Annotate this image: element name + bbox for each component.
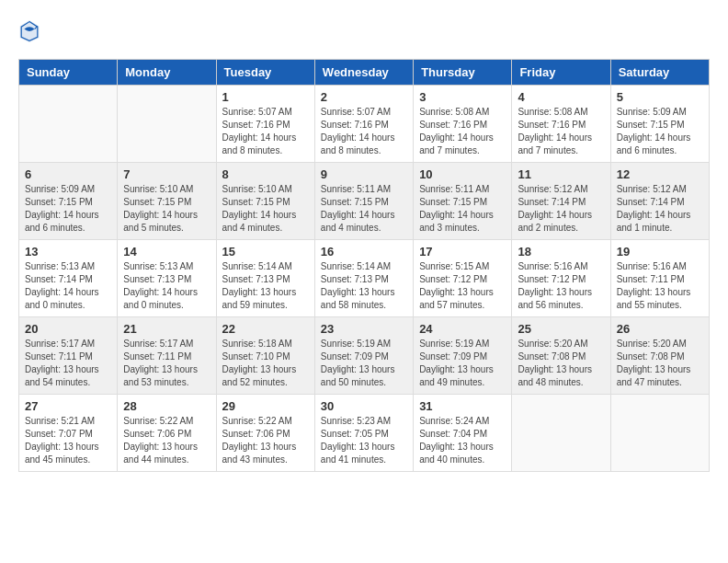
day-number: 26 (617, 322, 703, 336)
day-number: 8 (222, 167, 309, 181)
calendar-cell (610, 395, 709, 472)
day-number: 21 (123, 322, 210, 336)
calendar-cell: 22Sunrise: 5:18 AM Sunset: 7:10 PM Dayli… (216, 317, 314, 395)
calendar-cell: 11Sunrise: 5:12 AM Sunset: 7:14 PM Dayli… (512, 163, 610, 240)
calendar-cell: 18Sunrise: 5:16 AM Sunset: 7:12 PM Dayli… (512, 240, 610, 317)
day-number: 16 (321, 245, 407, 259)
calendar-cell: 6Sunrise: 5:09 AM Sunset: 7:15 PM Daylig… (19, 163, 118, 240)
calendar-table: SundayMondayTuesdayWednesdayThursdayFrid… (18, 59, 710, 472)
weekday-header: Monday (118, 60, 216, 86)
day-number: 25 (518, 322, 604, 336)
day-info: Sunrise: 5:11 AM Sunset: 7:15 PM Dayligh… (321, 183, 407, 235)
calendar-cell: 20Sunrise: 5:17 AM Sunset: 7:11 PM Dayli… (19, 317, 118, 395)
calendar-cell (512, 395, 610, 472)
day-info: Sunrise: 5:12 AM Sunset: 7:14 PM Dayligh… (617, 183, 703, 235)
calendar-cell: 5Sunrise: 5:09 AM Sunset: 7:15 PM Daylig… (610, 86, 709, 163)
weekday-header-row: SundayMondayTuesdayWednesdayThursdayFrid… (19, 60, 710, 86)
day-info: Sunrise: 5:20 AM Sunset: 7:08 PM Dayligh… (518, 338, 604, 389)
day-number: 30 (321, 399, 407, 413)
day-number: 6 (25, 167, 111, 181)
day-number: 7 (123, 167, 210, 181)
calendar-cell: 13Sunrise: 5:13 AM Sunset: 7:14 PM Dayli… (19, 240, 118, 317)
day-info: Sunrise: 5:17 AM Sunset: 7:11 PM Dayligh… (25, 338, 111, 389)
day-number: 5 (617, 90, 703, 104)
calendar-cell: 31Sunrise: 5:24 AM Sunset: 7:04 PM Dayli… (414, 395, 512, 472)
day-number: 24 (419, 322, 506, 336)
day-info: Sunrise: 5:22 AM Sunset: 7:06 PM Dayligh… (222, 415, 309, 466)
day-number: 19 (617, 245, 703, 259)
calendar-week-row: 6Sunrise: 5:09 AM Sunset: 7:15 PM Daylig… (19, 163, 710, 240)
logo-icon (18, 18, 40, 44)
calendar-cell: 19Sunrise: 5:16 AM Sunset: 7:11 PM Dayli… (610, 240, 709, 317)
day-number: 1 (222, 90, 309, 104)
day-number: 12 (617, 167, 703, 181)
day-number: 23 (321, 322, 407, 336)
day-info: Sunrise: 5:08 AM Sunset: 7:16 PM Dayligh… (419, 106, 506, 157)
weekday-header: Thursday (414, 60, 512, 86)
day-number: 14 (123, 245, 210, 259)
day-info: Sunrise: 5:19 AM Sunset: 7:09 PM Dayligh… (321, 338, 407, 389)
calendar-week-row: 27Sunrise: 5:21 AM Sunset: 7:07 PM Dayli… (19, 395, 710, 472)
calendar-cell: 16Sunrise: 5:14 AM Sunset: 7:13 PM Dayli… (314, 240, 413, 317)
day-number: 17 (419, 245, 506, 259)
calendar-cell: 21Sunrise: 5:17 AM Sunset: 7:11 PM Dayli… (118, 317, 216, 395)
weekday-header: Saturday (610, 60, 709, 86)
calendar-cell: 3Sunrise: 5:08 AM Sunset: 7:16 PM Daylig… (414, 86, 512, 163)
day-info: Sunrise: 5:14 AM Sunset: 7:13 PM Dayligh… (321, 260, 407, 312)
calendar-week-row: 13Sunrise: 5:13 AM Sunset: 7:14 PM Dayli… (19, 240, 710, 317)
day-info: Sunrise: 5:24 AM Sunset: 7:04 PM Dayligh… (419, 415, 506, 466)
day-info: Sunrise: 5:11 AM Sunset: 7:15 PM Dayligh… (419, 183, 506, 235)
day-info: Sunrise: 5:09 AM Sunset: 7:15 PM Dayligh… (25, 183, 111, 235)
calendar-cell: 12Sunrise: 5:12 AM Sunset: 7:14 PM Dayli… (610, 163, 709, 240)
day-number: 9 (321, 167, 407, 181)
calendar-cell: 27Sunrise: 5:21 AM Sunset: 7:07 PM Dayli… (19, 395, 118, 472)
calendar-week-row: 20Sunrise: 5:17 AM Sunset: 7:11 PM Dayli… (19, 317, 710, 395)
day-info: Sunrise: 5:12 AM Sunset: 7:14 PM Dayligh… (518, 183, 604, 235)
day-info: Sunrise: 5:10 AM Sunset: 7:15 PM Dayligh… (222, 183, 309, 235)
day-info: Sunrise: 5:16 AM Sunset: 7:11 PM Dayligh… (617, 260, 703, 312)
calendar-cell: 28Sunrise: 5:22 AM Sunset: 7:06 PM Dayli… (118, 395, 216, 472)
weekday-header: Tuesday (216, 60, 314, 86)
day-info: Sunrise: 5:10 AM Sunset: 7:15 PM Dayligh… (123, 183, 210, 235)
calendar-cell: 23Sunrise: 5:19 AM Sunset: 7:09 PM Dayli… (314, 317, 413, 395)
page-header (18, 18, 710, 44)
calendar-cell: 29Sunrise: 5:22 AM Sunset: 7:06 PM Dayli… (216, 395, 314, 472)
day-info: Sunrise: 5:07 AM Sunset: 7:16 PM Dayligh… (321, 106, 407, 157)
day-number: 3 (419, 90, 506, 104)
day-info: Sunrise: 5:22 AM Sunset: 7:06 PM Dayligh… (123, 415, 210, 466)
logo (18, 18, 44, 44)
day-number: 31 (419, 399, 506, 413)
day-number: 4 (518, 90, 604, 104)
calendar-cell: 17Sunrise: 5:15 AM Sunset: 7:12 PM Dayli… (414, 240, 512, 317)
day-number: 29 (222, 399, 309, 413)
day-number: 22 (222, 322, 309, 336)
day-number: 10 (419, 167, 506, 181)
day-number: 20 (25, 322, 111, 336)
calendar-cell: 15Sunrise: 5:14 AM Sunset: 7:13 PM Dayli… (216, 240, 314, 317)
weekday-header: Wednesday (314, 60, 413, 86)
calendar-cell: 26Sunrise: 5:20 AM Sunset: 7:08 PM Dayli… (610, 317, 709, 395)
day-number: 13 (25, 245, 111, 259)
calendar-cell (118, 86, 216, 163)
day-number: 11 (518, 167, 604, 181)
calendar-week-row: 1Sunrise: 5:07 AM Sunset: 7:16 PM Daylig… (19, 86, 710, 163)
day-number: 15 (222, 245, 309, 259)
calendar-cell: 24Sunrise: 5:19 AM Sunset: 7:09 PM Dayli… (414, 317, 512, 395)
day-info: Sunrise: 5:15 AM Sunset: 7:12 PM Dayligh… (419, 260, 506, 312)
calendar-cell: 8Sunrise: 5:10 AM Sunset: 7:15 PM Daylig… (216, 163, 314, 240)
day-info: Sunrise: 5:13 AM Sunset: 7:13 PM Dayligh… (123, 260, 210, 312)
day-info: Sunrise: 5:09 AM Sunset: 7:15 PM Dayligh… (617, 106, 703, 157)
day-number: 2 (321, 90, 407, 104)
day-number: 18 (518, 245, 604, 259)
day-info: Sunrise: 5:16 AM Sunset: 7:12 PM Dayligh… (518, 260, 604, 312)
day-info: Sunrise: 5:17 AM Sunset: 7:11 PM Dayligh… (123, 338, 210, 389)
day-info: Sunrise: 5:07 AM Sunset: 7:16 PM Dayligh… (222, 106, 309, 157)
calendar-cell: 2Sunrise: 5:07 AM Sunset: 7:16 PM Daylig… (314, 86, 413, 163)
day-info: Sunrise: 5:19 AM Sunset: 7:09 PM Dayligh… (419, 338, 506, 389)
day-number: 28 (123, 399, 210, 413)
calendar-cell: 14Sunrise: 5:13 AM Sunset: 7:13 PM Dayli… (118, 240, 216, 317)
calendar-cell: 25Sunrise: 5:20 AM Sunset: 7:08 PM Dayli… (512, 317, 610, 395)
weekday-header: Friday (512, 60, 610, 86)
day-info: Sunrise: 5:14 AM Sunset: 7:13 PM Dayligh… (222, 260, 309, 312)
calendar-cell: 9Sunrise: 5:11 AM Sunset: 7:15 PM Daylig… (314, 163, 413, 240)
